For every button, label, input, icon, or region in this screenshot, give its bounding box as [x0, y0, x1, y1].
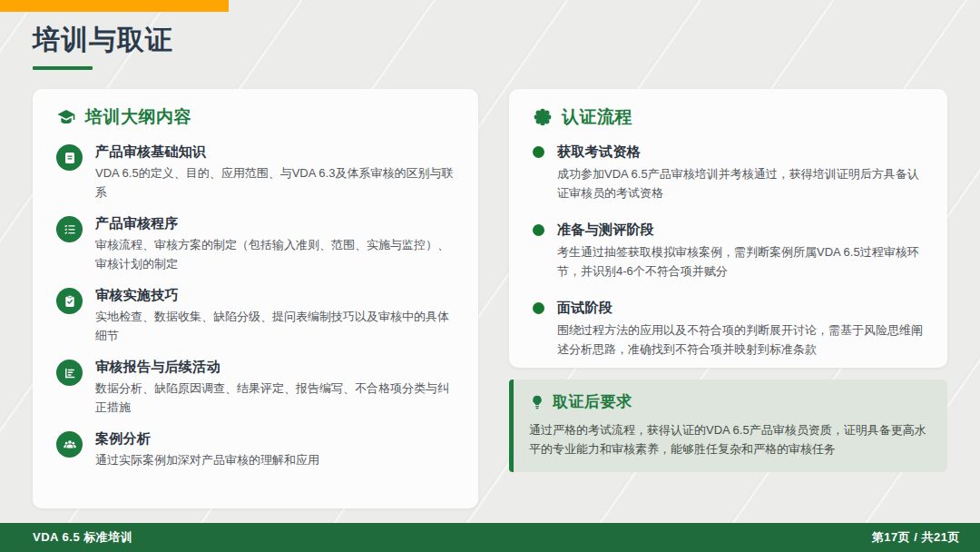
callout-desc: 通过严格的考试流程，获得认证的VDA 6.5产品审核员资质，证明具备更高水平的专…	[529, 420, 929, 459]
footer-course-name: VDA 6.5 标准培训	[33, 529, 132, 546]
training-outline-header: 培训大纲内容	[56, 105, 455, 129]
process-step-desc: 考生通过抽签获取模拟审核案例，需判断案例所属VDA 6.5过程审核环节，并识别4…	[557, 243, 924, 281]
certification-process-header: 认证流程	[533, 105, 924, 129]
process-step-desc: 围绕过程方法的应用以及不符合项的判断展开讨论，需基于风险思维阐述分析思路，准确找…	[557, 321, 924, 359]
step-bullet-icon	[533, 224, 544, 236]
outline-item-desc: 通过实际案例加深对产品审核的理解和应用	[95, 451, 319, 470]
clipboard-check-icon	[56, 288, 83, 314]
training-outline-title: 培训大纲内容	[85, 105, 191, 129]
outline-item-title: 产品审核程序	[95, 215, 455, 232]
outline-item-body: 审核报告与后续活动 数据分析、缺陷原因调查、结果评定、报告编写、不合格项分类与纠…	[95, 359, 455, 417]
footer-bar: VDA 6.5 标准培训 第17页 / 共21页	[0, 523, 980, 552]
post-certification-callout: 取证后要求 通过严格的考试流程，获得认证的VDA 6.5产品审核员资质，证明具备…	[509, 380, 947, 472]
outline-item: 审核报告与后续活动 数据分析、缺陷原因调查、结果评定、报告编写、不合格项分类与纠…	[56, 359, 455, 417]
outline-item: 产品审核基础知识 VDA 6.5的定义、目的、应用范围、与VDA 6.3及体系审…	[56, 143, 455, 202]
outline-item: 审核实施技巧 实地检查、数据收集、缺陷分级、提问表编制技巧以及审核中的具体细节	[56, 287, 455, 345]
process-step-desc: 成功参加VDA 6.5产品审核培训并考核通过，获得培训证明后方具备认证审核员的考…	[557, 165, 924, 202]
top-accent-bar	[0, 0, 229, 12]
outline-item-body: 产品审核程序 审核流程、审核方案的制定（包括输入准则、范围、实施与监控）、审核计…	[95, 215, 455, 273]
slide: 培训与取证 培训大纲内容	[0, 0, 980, 552]
callout-header: 取证后要求	[529, 391, 929, 412]
process-step: 准备与测评阶段 考生通过抽签获取模拟审核案例，需判断案例所属VDA 6.5过程审…	[533, 222, 924, 281]
outline-item-body: 审核实施技巧 实地检查、数据收集、缺陷分级、提问表编制技巧以及审核中的具体细节	[95, 287, 455, 345]
process-step-title: 准备与测评阶段	[557, 222, 924, 239]
outline-item-desc: 实地检查、数据收集、缺陷分级、提问表编制技巧以及审核中的具体细节	[95, 308, 455, 345]
process-step-title: 获取考试资格	[557, 143, 924, 161]
process-step-body: 获取考试资格 成功参加VDA 6.5产品审核培训并考核通过，获得培训证明后方具备…	[557, 143, 924, 202]
outline-item: 案例分析 通过实际案例加深对产品审核的理解和应用	[56, 430, 455, 470]
outline-item-desc: 审核流程、审核方案的制定（包括输入准则、范围、实施与监控）、审核计划的制定	[95, 236, 455, 273]
step-bullet-icon	[533, 146, 544, 158]
page-header: 培训与取证	[33, 22, 173, 70]
certification-process-card: 认证流程 获取考试资格 成功参加VDA 6.5产品审核培训并考核通过，获得培训证…	[509, 89, 947, 368]
process-step-body: 面试阶段 围绕过程方法的应用以及不符合项的判断展开讨论，需基于风险思维阐述分析思…	[557, 300, 924, 359]
lightbulb-icon	[529, 394, 545, 410]
process-step-body: 准备与测评阶段 考生通过抽签获取模拟审核案例，需判断案例所属VDA 6.5过程审…	[557, 222, 924, 281]
graduation-cap-icon	[56, 107, 76, 127]
certification-process-title: 认证流程	[562, 105, 632, 129]
title-underline	[33, 66, 93, 70]
report-chart-icon	[56, 360, 83, 386]
outline-item-body: 案例分析 通过实际案例加深对产品审核的理解和应用	[95, 430, 319, 470]
book-icon	[56, 144, 83, 171]
outline-item-desc: 数据分析、缺陷原因调查、结果评定、报告编写、不合格项分类与纠正措施	[95, 380, 455, 417]
outline-item: 产品审核程序 审核流程、审核方案的制定（包括输入准则、范围、实施与监控）、审核计…	[56, 215, 455, 273]
outline-item-body: 产品审核基础知识 VDA 6.5的定义、目的、应用范围、与VDA 6.3及体系审…	[95, 143, 455, 202]
seal-badge-icon	[533, 107, 553, 127]
page-title: 培训与取证	[33, 22, 173, 59]
outline-item-title: 产品审核基础知识	[95, 143, 455, 161]
training-outline-card: 培训大纲内容 产品审核基础知识 VDA 6.5的定义、目的、应用范围、与VDA …	[33, 89, 478, 508]
callout-title: 取证后要求	[553, 391, 632, 412]
outline-item-title: 案例分析	[95, 430, 319, 448]
outline-item-desc: VDA 6.5的定义、目的、应用范围、与VDA 6.3及体系审核的区别与联系	[95, 164, 455, 202]
process-step: 获取考试资格 成功参加VDA 6.5产品审核培训并考核通过，获得培训证明后方具备…	[533, 143, 924, 202]
people-icon	[56, 431, 83, 458]
process-step-title: 面试阶段	[557, 300, 924, 317]
outline-item-title: 审核报告与后续活动	[95, 359, 455, 376]
outline-item-title: 审核实施技巧	[95, 287, 455, 304]
checklist-icon	[56, 216, 83, 242]
footer-page-number: 第17页 / 共21页	[872, 529, 960, 546]
process-step: 面试阶段 围绕过程方法的应用以及不符合项的判断展开讨论，需基于风险思维阐述分析思…	[533, 300, 924, 359]
step-bullet-icon	[533, 302, 544, 314]
